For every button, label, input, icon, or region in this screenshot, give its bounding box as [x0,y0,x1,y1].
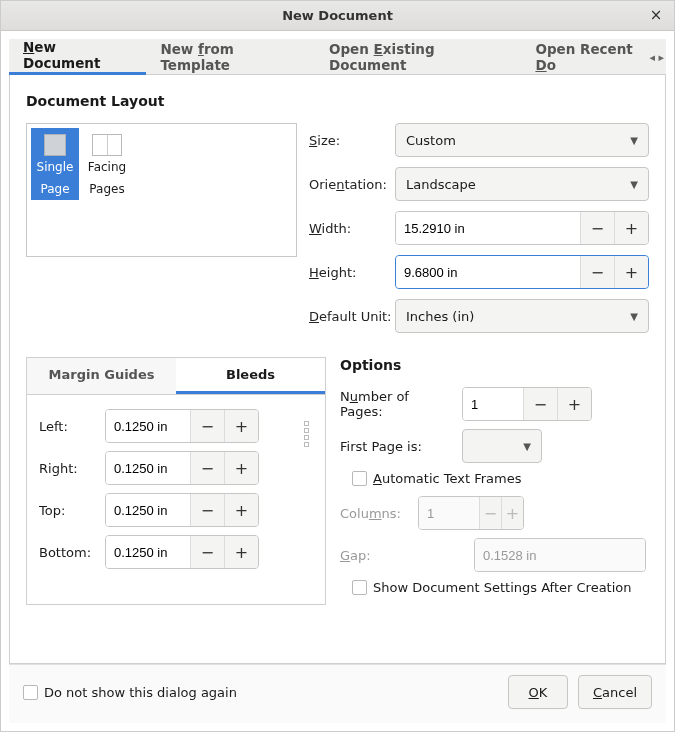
dialog-footer: Do not show this dialog again OK Cancel [9,664,666,723]
new-document-dialog: New Document × New Document New from Tem… [0,0,675,732]
tab-from-template[interactable]: New from Template [146,39,315,75]
height-field[interactable] [396,256,580,288]
label-gap: Gap: [340,548,410,563]
thumb-facing-pages[interactable]: Facing Pages [83,128,131,200]
input-num-pages[interactable]: − + [462,387,592,421]
input-height[interactable]: − + [395,255,649,289]
tab-scroll-arrows[interactable]: ◂ ▸ [649,39,664,75]
height-minus[interactable]: − [580,256,614,288]
label-dont-show: Do not show this dialog again [44,685,237,700]
chevron-down-icon: ▼ [630,179,638,190]
bleed-right-minus[interactable]: − [190,452,224,484]
cancel-button[interactable]: Cancel [578,675,652,709]
label-width: Width: [309,221,395,236]
label-first-page: First Page is: [340,439,454,454]
thumb-single-page[interactable]: Single Page [31,128,79,200]
bleed-left-minus[interactable]: − [190,410,224,442]
pane-new-document: Document Layout Single Page Facing Pages [9,75,666,664]
label-size: Size: [309,133,395,148]
label-height: Height: [309,265,395,280]
bleed-top-plus[interactable]: + [224,494,258,526]
label-auto-text-frames: Automatic Text Frames [373,471,522,486]
select-first-page[interactable]: ▼ [462,429,542,463]
content: New Document New from Template Open Exis… [1,31,674,731]
facing-pages-icon [92,134,122,156]
label-show-settings: Show Document Settings After Creation [373,580,632,595]
main-tabs: New Document New from Template Open Exis… [9,39,666,75]
titlebar: New Document × [1,1,674,31]
checkbox-auto-text-frames[interactable] [352,471,367,486]
bleed-bottom-plus[interactable]: + [224,536,258,568]
tab-open-existing[interactable]: Open Existing Document [315,39,521,75]
label-default-unit: Default Unit: [309,309,395,324]
ok-button[interactable]: OK [508,675,568,709]
width-plus[interactable]: + [614,212,648,244]
label-bleed-top: Top: [39,503,105,518]
label-bleed-right: Right: [39,461,105,476]
link-values-icon[interactable] [299,421,313,577]
checkbox-show-settings[interactable] [352,580,367,595]
page-layout-thumbs: Single Page Facing Pages [26,123,297,257]
label-num-pages: Number of Pages: [340,389,454,419]
label-bleed-left: Left: [39,419,105,434]
height-plus[interactable]: + [614,256,648,288]
select-orientation[interactable]: Landscape ▼ [395,167,649,201]
label-columns: Columns: [340,506,410,521]
tab-open-recent[interactable]: Open Recent Do [521,39,666,75]
section-document-layout: Document Layout [26,93,649,109]
label-orientation: Orientation: [309,177,395,192]
input-columns: − + [418,496,524,530]
window-title: New Document [1,8,674,23]
input-bleed-left[interactable]: − + [105,409,259,443]
chevron-down-icon: ▼ [523,441,531,452]
chevron-down-icon: ▼ [630,311,638,322]
section-options: Options [340,357,649,373]
select-default-unit[interactable]: Inches (in) ▼ [395,299,649,333]
input-bleed-bottom[interactable]: − + [105,535,259,569]
bleed-right-plus[interactable]: + [224,452,258,484]
columns-plus: + [501,497,523,529]
columns-minus: − [479,497,501,529]
input-bleed-right[interactable]: − + [105,451,259,485]
tab-bleeds[interactable]: Bleeds [176,358,325,394]
input-width[interactable]: − + [395,211,649,245]
chevron-down-icon: ▼ [630,135,638,146]
num-pages-plus[interactable]: + [557,388,591,420]
tab-margin-guides[interactable]: Margin Guides [27,358,176,394]
width-minus[interactable]: − [580,212,614,244]
bleed-bottom-minus[interactable]: − [190,536,224,568]
width-field[interactable] [396,212,580,244]
checkbox-dont-show-again[interactable] [23,685,38,700]
input-bleed-top[interactable]: − + [105,493,259,527]
single-page-icon [44,134,66,156]
bleed-left-plus[interactable]: + [224,410,258,442]
select-size[interactable]: Custom ▼ [395,123,649,157]
tab-new-document[interactable]: New Document [9,39,146,75]
margin-bleed-panel: Margin Guides Bleeds Left: − + [26,357,326,605]
label-bleed-bottom: Bottom: [39,545,105,560]
input-gap: − + [474,538,646,572]
bleed-top-minus[interactable]: − [190,494,224,526]
close-icon[interactable]: × [646,5,666,25]
num-pages-minus[interactable]: − [523,388,557,420]
